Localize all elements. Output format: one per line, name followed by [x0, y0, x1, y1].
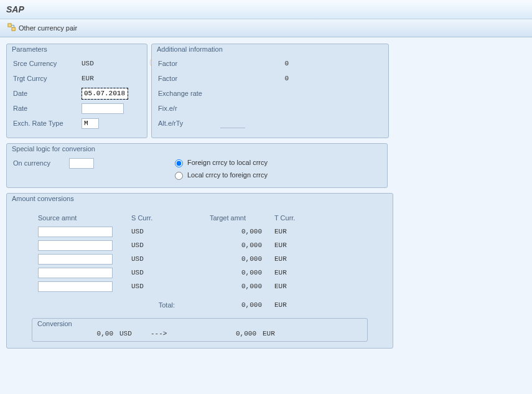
- on-currency-label: On currency: [13, 159, 69, 167]
- col-source-amnt: Source amnt: [38, 214, 131, 222]
- special-logic-legend: Special logic for conversion: [12, 145, 95, 152]
- conversion-tgt-curr: EUR: [263, 330, 300, 337]
- factor1-value: 0: [220, 60, 289, 67]
- factor2-label: Factor: [158, 75, 220, 82]
- t-curr-value: EUR: [274, 242, 318, 249]
- col-target-amnt: Target amnt: [181, 214, 274, 222]
- parameters-legend: Parameters: [12, 45, 47, 53]
- currency-pair-icon: [7, 23, 16, 33]
- conversion-legend: Conversion: [37, 320, 72, 327]
- s-curr-value: USD: [131, 255, 181, 263]
- exch-rate-type-input[interactable]: [82, 118, 99, 129]
- factor2-value: 0: [220, 75, 289, 82]
- t-curr-value: EUR: [274, 255, 318, 263]
- page-title: SAP: [6, 4, 24, 14]
- foreign-to-local-label: Foreign crrcy to local crrcy: [187, 159, 268, 166]
- srce-currency-value: USD: [82, 60, 94, 67]
- target-amnt-value: 0,000: [181, 255, 274, 263]
- amount-row: USD0,000EUR: [13, 238, 386, 252]
- t-curr-value: EUR: [274, 269, 318, 276]
- alt-er-ty-label: Alt.e/rTy: [158, 120, 220, 127]
- exchange-rate-label: Exchange rate: [158, 90, 220, 97]
- conversion-src-value: 0,00: [39, 330, 119, 337]
- foreign-to-local-radio[interactable]: [175, 159, 183, 167]
- s-curr-value: USD: [131, 228, 181, 235]
- trgt-currcy-value: EUR: [82, 75, 94, 82]
- factor1-label: Factor: [158, 60, 220, 67]
- local-to-foreign-radio[interactable]: [175, 172, 183, 180]
- trgt-currcy-label: Trgt Currcy: [13, 75, 82, 82]
- local-to-foreign-label: Local crrcy to foreign crrcy: [187, 171, 268, 179]
- parameters-group: Parameters Srce Currency USD Trgt Currcy…: [6, 44, 147, 138]
- total-curr: EUR: [274, 301, 318, 309]
- amount-conversions-legend: Amount conversions: [12, 195, 74, 202]
- t-curr-value: EUR: [274, 228, 318, 235]
- toolbar: Other currency pair: [0, 19, 532, 37]
- source-amnt-input[interactable]: [38, 281, 113, 292]
- amount-conversions-group: Amount conversions Source amnt S Curr. T…: [6, 193, 393, 349]
- source-amnt-input[interactable]: [38, 254, 113, 265]
- source-amnt-input[interactable]: [38, 268, 113, 278]
- source-amnt-input[interactable]: [38, 240, 113, 251]
- col-t-curr: T Curr.: [274, 214, 318, 222]
- amount-row: USD0,000EUR: [13, 225, 386, 238]
- conversion-arrow: --->: [151, 330, 188, 337]
- conversion-group: Conversion 0,00 USD ---> 0,000 EUR: [32, 318, 368, 342]
- target-amnt-value: 0,000: [181, 269, 274, 276]
- amount-row: USD0,000EUR: [13, 279, 386, 293]
- t-curr-value: EUR: [274, 283, 318, 290]
- additional-info-legend: Additional information: [157, 45, 223, 53]
- target-amnt-value: 0,000: [181, 283, 274, 290]
- special-logic-group: Special logic for conversion On currency…: [6, 143, 388, 188]
- amount-table-header: Source amnt S Curr. Target amnt T Curr.: [13, 211, 386, 225]
- s-curr-value: USD: [131, 242, 181, 249]
- rate-label: Rate: [13, 105, 82, 112]
- on-currency-input[interactable]: [69, 158, 94, 169]
- amount-row: USD0,000EUR: [13, 266, 386, 279]
- svg-rect-0: [8, 24, 11, 27]
- source-amnt-input[interactable]: [38, 227, 113, 237]
- amount-row: USD0,000EUR: [13, 252, 386, 266]
- s-curr-value: USD: [131, 269, 181, 276]
- title-bar: SAP: [0, 0, 532, 19]
- conversion-src-curr: USD: [119, 330, 151, 337]
- total-label: Total:: [131, 301, 181, 309]
- exch-rate-type-label: Exch. Rate Type: [13, 120, 82, 127]
- date-input[interactable]: [82, 88, 128, 100]
- total-value: 0,000: [181, 301, 274, 309]
- additional-info-group: Additional information Factor 0 Factor 0…: [151, 44, 389, 138]
- fix-er-label: Fix.e/r: [158, 105, 220, 112]
- s-curr-value: USD: [131, 283, 181, 290]
- svg-rect-1: [12, 27, 15, 30]
- content-area: © www.tutorialkart.com Parameters Srce C…: [0, 37, 532, 394]
- target-amnt-value: 0,000: [181, 228, 274, 235]
- target-amnt-value: 0,000: [181, 242, 274, 249]
- other-currency-pair-button[interactable]: Other currency pair: [5, 22, 80, 34]
- conversion-tgt-value: 0,000: [188, 330, 263, 337]
- col-s-curr: S Curr.: [131, 214, 181, 222]
- other-currency-pair-label: Other currency pair: [19, 24, 77, 32]
- rate-input[interactable]: [82, 103, 124, 114]
- total-row: Total: 0,000 EUR: [13, 298, 386, 312]
- alt-er-ty-value: [220, 119, 245, 128]
- date-label: Date: [13, 90, 82, 97]
- srce-currency-label: Srce Currency: [13, 60, 82, 67]
